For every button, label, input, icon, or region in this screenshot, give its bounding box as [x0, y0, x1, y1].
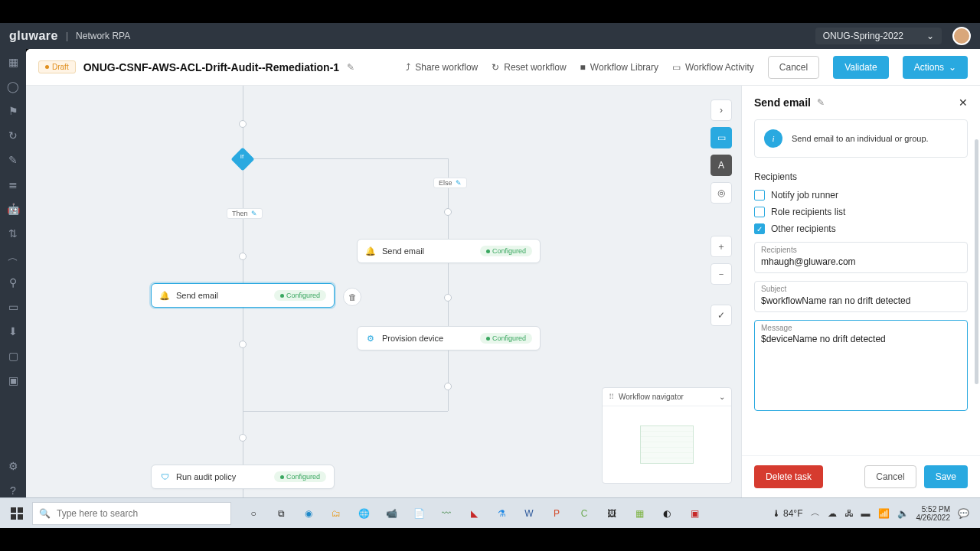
- center-icon[interactable]: ◎: [710, 182, 732, 204]
- nav-globe-icon[interactable]: ◯: [6, 80, 20, 93]
- taskbar-zoom-icon[interactable]: 📹: [378, 502, 404, 525]
- tray-wifi-icon[interactable]: 📶: [878, 508, 890, 519]
- nav-pencil-icon[interactable]: ✎: [6, 153, 20, 167]
- workflow-navigator[interactable]: ⠿ Workflow navigator ⌄: [602, 387, 732, 484]
- taskbar-notepad-icon[interactable]: 📄: [406, 502, 432, 525]
- task-provision-device[interactable]: ⚙ Provision device Configured: [357, 326, 541, 350]
- tray-chevron-icon[interactable]: ︿: [811, 507, 820, 520]
- flow-node[interactable]: [444, 294, 452, 302]
- panel-collapse-icon[interactable]: ›: [710, 99, 732, 121]
- taskbar-word-icon[interactable]: W: [516, 502, 542, 525]
- zoom-out-icon[interactable]: －: [710, 263, 732, 285]
- flow-node[interactable]: [239, 253, 247, 260]
- nav-robot-icon[interactable]: 🤖: [6, 202, 20, 216]
- flow-node[interactable]: [444, 208, 452, 216]
- close-panel-icon[interactable]: ✕: [959, 96, 968, 109]
- task-properties-panel: Send email ✎ ✕ i Send email to an indivi…: [741, 86, 980, 497]
- recipients-field[interactable]: Recipients: [754, 242, 968, 273]
- user-avatar[interactable]: [952, 27, 971, 45]
- chevron-down-icon[interactable]: ⌄: [719, 393, 725, 401]
- subject-input[interactable]: [761, 294, 961, 306]
- subject-field[interactable]: Subject: [754, 281, 968, 312]
- workflow-canvas[interactable]: If Then✎ Else✎ 🔔 Send email Configured: [26, 86, 741, 497]
- environment-select[interactable]: ONUG-Spring-2022 ⌄: [815, 28, 942, 44]
- taskbar-explorer-icon[interactable]: 🗂: [323, 502, 349, 525]
- panel-save-button[interactable]: Save: [924, 465, 968, 488]
- zoom-in-icon[interactable]: ＋: [710, 236, 732, 257]
- nav-dashboard-icon[interactable]: ▦: [6, 55, 20, 69]
- info-text: Send email to an individual or group.: [792, 134, 929, 143]
- edit-title-icon[interactable]: ✎: [347, 62, 354, 73]
- taskbar-edge-icon[interactable]: ◉: [296, 502, 322, 525]
- workflow-activity-link[interactable]: ▭Workflow Activity: [672, 62, 754, 73]
- nav-stack-icon[interactable]: ≣: [6, 178, 20, 191]
- nav-calendar-icon[interactable]: ▢: [6, 349, 20, 363]
- taskbar-search[interactable]: 🔍: [32, 502, 231, 525]
- decision-node[interactable]: If: [230, 147, 254, 171]
- taskbar-app-icon[interactable]: ◣: [461, 502, 487, 525]
- taskbar-app-icon[interactable]: ▣: [681, 502, 707, 525]
- branch-else-label[interactable]: Else✎: [433, 178, 467, 188]
- view-card-icon[interactable]: ▭: [710, 127, 732, 148]
- actions-button[interactable]: Actions⌄: [903, 56, 968, 79]
- taskbar-taskview-icon[interactable]: ⧉: [268, 502, 294, 525]
- tray-battery-icon[interactable]: ▬: [861, 508, 871, 519]
- workflow-library-link[interactable]: ■Workflow Library: [580, 62, 658, 73]
- drag-handle-icon[interactable]: ⠿: [609, 393, 614, 401]
- nav-download-icon[interactable]: ⬇: [6, 324, 20, 338]
- taskbar-weather[interactable]: 🌡 84°F: [772, 508, 803, 519]
- share-workflow-link[interactable]: ⤴Share workflow: [406, 62, 478, 73]
- reset-workflow-link[interactable]: ↻Reset workflow: [492, 62, 566, 73]
- nav-settings-icon[interactable]: ⚙: [6, 459, 20, 473]
- recipients-input[interactable]: [761, 255, 961, 267]
- tray-notifications-icon[interactable]: 💬: [958, 508, 969, 519]
- flow-node[interactable]: [239, 341, 247, 348]
- branch-then-label[interactable]: Then✎: [227, 208, 263, 219]
- checkbox-notify-runner[interactable]: Notify job runner: [754, 190, 968, 201]
- panel-scrollbar[interactable]: [975, 139, 978, 384]
- tray-volume-icon[interactable]: 🔈: [897, 508, 909, 519]
- view-text-icon[interactable]: A: [710, 155, 732, 176]
- section-recipients: Recipients: [754, 171, 968, 182]
- task-send-email-then[interactable]: 🔔 Send email Configured: [151, 283, 335, 308]
- nav-flag-icon[interactable]: ⚑: [6, 104, 20, 118]
- taskbar-app-icon[interactable]: ⚗: [488, 502, 514, 525]
- taskbar-app-icon[interactable]: 〰: [433, 502, 459, 525]
- browser-letterbox-top: [0, 0, 980, 23]
- flow-node[interactable]: [444, 383, 452, 390]
- taskbar-cortana-icon[interactable]: ○: [240, 502, 266, 525]
- nav-sync-icon[interactable]: ↻: [6, 129, 20, 142]
- tray-onedrive-icon[interactable]: ☁: [828, 508, 837, 519]
- flow-node[interactable]: [239, 434, 247, 442]
- taskbar-app-icon[interactable]: ▦: [626, 502, 652, 525]
- taskbar-powerpoint-icon[interactable]: P: [544, 502, 570, 525]
- taskbar-app-icon[interactable]: 🖼: [599, 502, 625, 525]
- delete-task-button[interactable]: Delete task: [754, 465, 823, 488]
- nav-collapse-icon[interactable]: ︿: [6, 251, 20, 265]
- delete-task-icon[interactable]: 🗑: [343, 288, 361, 306]
- taskbar-clock[interactable]: 5:52 PM 4/26/2022: [916, 505, 951, 522]
- nav-tool-icon[interactable]: ⚲: [6, 276, 20, 289]
- taskbar-chrome-icon[interactable]: 🌐: [351, 502, 377, 525]
- panel-cancel-button[interactable]: Cancel: [864, 465, 916, 488]
- edit-icon[interactable]: ✎: [817, 97, 825, 108]
- task-run-audit-policy[interactable]: 🛡 Run audit policy Configured: [151, 465, 335, 489]
- checkbox-other-recipients[interactable]: ✓ Other recipients: [754, 223, 968, 234]
- taskbar-camtasia-icon[interactable]: C: [571, 502, 597, 525]
- start-button[interactable]: [5, 501, 29, 526]
- flow-node[interactable]: [239, 120, 247, 128]
- checkbox-role-recipients[interactable]: Role recipients list: [754, 207, 968, 217]
- fit-icon[interactable]: ✓: [710, 305, 732, 326]
- nav-monitor-icon[interactable]: ▭: [6, 300, 20, 314]
- nav-folder-icon[interactable]: ▣: [6, 373, 20, 387]
- message-field[interactable]: Message: [754, 320, 968, 411]
- task-send-email-else[interactable]: 🔔 Send email Configured: [357, 239, 541, 263]
- validate-button[interactable]: Validate: [833, 56, 888, 79]
- nav-branch-icon[interactable]: ⇅: [6, 227, 20, 240]
- taskbar-app-icon[interactable]: ◐: [654, 502, 680, 525]
- taskbar-search-input[interactable]: [57, 508, 224, 519]
- message-textarea[interactable]: [761, 332, 961, 403]
- nav-help-icon[interactable]: ?: [6, 484, 20, 497]
- tray-network-icon[interactable]: 🖧: [844, 508, 854, 519]
- cancel-button[interactable]: Cancel: [768, 56, 819, 79]
